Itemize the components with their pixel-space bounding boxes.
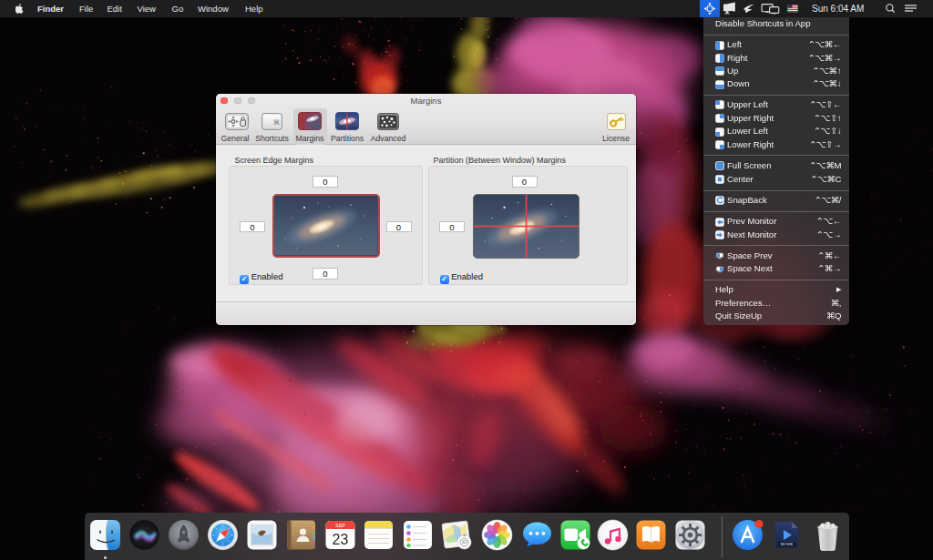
svg-text:SEP: SEP (335, 523, 345, 528)
svg-text:3D: 3D (461, 540, 467, 545)
svg-text:⌘: ⌘ (273, 118, 281, 127)
svg-text:23: 23 (332, 532, 348, 547)
svg-text:MOVIE: MOVIE (780, 542, 793, 546)
